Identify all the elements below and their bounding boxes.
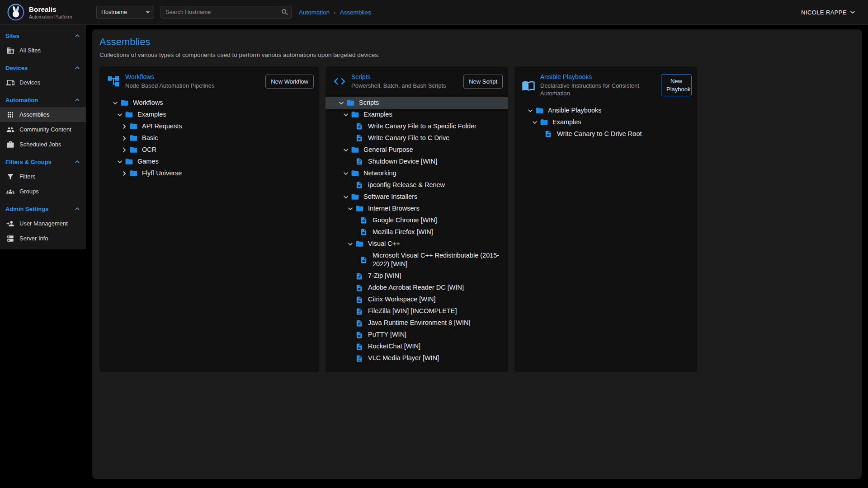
hostname-select[interactable]: Hostname xyxy=(96,6,154,19)
sidebar-section-header-admin-settings[interactable]: Admin Settings xyxy=(0,202,86,216)
breadcrumb-assemblies[interactable]: Assemblies xyxy=(340,9,371,16)
search-input[interactable] xyxy=(160,6,292,19)
card-titles: Ansible PlaybooksDeclarative Instruction… xyxy=(540,73,656,98)
tree-file-write-canary-file-to-c-drive[interactable]: Write Canary File to C Drive xyxy=(326,132,508,144)
sidebar-item-assemblies[interactable]: Assemblies xyxy=(0,107,86,122)
filters-icon xyxy=(6,173,14,181)
groups-icon xyxy=(6,188,14,196)
tree-folder-api-requests[interactable]: API Requests xyxy=(99,121,319,132)
chevron-down-icon[interactable] xyxy=(341,169,351,178)
chevron-down-icon[interactable] xyxy=(110,98,120,108)
chevron-down-icon[interactable] xyxy=(530,117,540,127)
tree-folder-examples[interactable]: Examples xyxy=(99,109,319,121)
chevron-down-icon[interactable] xyxy=(336,98,346,108)
sidebar-section-label: Automation xyxy=(5,97,38,103)
tree-item-label: General Purpose xyxy=(363,145,413,155)
tree-file-rocketchat-win[interactable]: RocketChat [WIN] xyxy=(326,341,508,352)
card-title-workflows: Workflows xyxy=(125,73,260,80)
tree-file-shutdown-device-win[interactable]: Shutdown Device [WIN] xyxy=(326,156,508,168)
sidebar-section-header-sites[interactable]: Sites xyxy=(0,28,86,43)
chevron-down-icon[interactable] xyxy=(525,106,535,116)
tree-file-google-chrome-win[interactable]: Google Chrome [WIN] xyxy=(326,215,508,226)
new-playbook-button[interactable]: New Playbook xyxy=(661,74,692,96)
tree-folder-games[interactable]: Games xyxy=(99,156,319,168)
tree-folder-internet-browsers[interactable]: Internet Browsers xyxy=(326,203,508,215)
chevron-down-icon[interactable] xyxy=(341,145,351,155)
tree-folder-examples[interactable]: Examples xyxy=(514,117,697,128)
tree-file-mozilla-firefox-win[interactable]: Mozilla Firefox [WIN] xyxy=(326,226,508,238)
sidebar-item-filters[interactable]: Filters xyxy=(0,169,86,184)
body-row: SitesAll SitesDevicesDevicesAutomationAs… xyxy=(0,25,868,488)
file-icon xyxy=(355,355,365,362)
chevron-down-icon[interactable] xyxy=(345,239,355,249)
chevron-right-icon[interactable] xyxy=(119,133,129,143)
file-icon xyxy=(355,296,365,304)
sidebar-item-groups[interactable]: Groups xyxy=(0,184,86,199)
tree-folder-visual-c[interactable]: Visual C++ xyxy=(326,238,508,250)
tree-item-label: PuTTY [WIN] xyxy=(368,329,406,340)
chevron-right-icon[interactable] xyxy=(119,122,129,131)
chevron-right-icon[interactable] xyxy=(119,169,129,178)
sidebar-section-header-devices[interactable]: Devices xyxy=(0,61,86,75)
tree-file-filezilla-win-incomplete[interactable]: FileZilla [WIN] [INCOMPLETE] xyxy=(326,305,508,317)
tree-folder-workflows[interactable]: Workflows xyxy=(99,97,319,109)
tree-indent-spacer xyxy=(345,271,355,281)
breadcrumb-automation[interactable]: Automation xyxy=(299,9,330,16)
search-icon[interactable] xyxy=(281,8,289,16)
tree-folder-examples[interactable]: Examples xyxy=(326,109,508,121)
tree-item-label: API Requests xyxy=(142,121,182,132)
card-header-scripts: ScriptsPowershell, Batch, and Bash Scrip… xyxy=(326,72,508,90)
sidebar-section-filters-groups: Filters & GroupsFiltersGroups xyxy=(0,155,86,199)
sidebar-item-all-sites[interactable]: All Sites xyxy=(0,43,86,58)
tree-file-adobe-acrobat-reader-dc-win[interactable]: Adobe Acrobat Reader DC [WIN] xyxy=(326,282,508,294)
tree-folder-scripts[interactable]: Scripts xyxy=(326,97,508,109)
chevron-down-icon[interactable] xyxy=(341,110,351,120)
tree-file-7-zip-win[interactable]: 7-Zip [WIN] xyxy=(326,270,508,282)
chevron-down-icon[interactable] xyxy=(115,110,125,120)
file-icon xyxy=(355,284,365,292)
chevron-right-icon[interactable] xyxy=(119,145,129,155)
tree-indent-spacer xyxy=(534,129,544,139)
user-menu[interactable]: NICOLE RAPPE xyxy=(801,8,857,17)
tree-file-putty-win[interactable]: PuTTY [WIN] xyxy=(326,329,508,341)
folder-icon xyxy=(129,122,139,131)
tree-folder-ansible-playbooks[interactable]: Ansible Playbooks xyxy=(514,105,697,117)
tree-file-vlc-media-player-win[interactable]: VLC Media Player [WIN] xyxy=(326,352,508,364)
file-icon xyxy=(355,308,365,315)
tree-folder-flyff-universe[interactable]: Flyff Universe xyxy=(99,168,319,179)
card-ansible-playbooks: Ansible PlaybooksDeclarative Instruction… xyxy=(514,66,697,372)
tree-item-label: Write Canary File to C Drive xyxy=(368,133,449,144)
chevron-down-icon[interactable] xyxy=(341,192,351,202)
sidebar-section-header-filters-groups[interactable]: Filters & Groups xyxy=(0,155,86,169)
brand[interactable]: Borealis Automation Platform xyxy=(7,4,86,21)
tree-file-ipconfig-release-renew[interactable]: ipconfig Release & Renew xyxy=(326,179,508,191)
chevron-down-icon[interactable] xyxy=(115,157,125,167)
sidebar-item-devices[interactable]: Devices xyxy=(0,75,86,90)
tree-file-citrix-workspace-win[interactable]: Citrix Workspace [WIN] xyxy=(326,294,508,305)
new-workflow-button[interactable]: New Workflow xyxy=(265,75,314,89)
devices-icon xyxy=(6,79,14,87)
folder-icon xyxy=(120,99,130,107)
tree-folder-networking[interactable]: Networking xyxy=(326,168,508,179)
tree-folder-ocr[interactable]: OCR xyxy=(99,144,319,156)
sidebar-item-server-info[interactable]: Server Info xyxy=(0,231,86,246)
tree-folder-general-purpose[interactable]: General Purpose xyxy=(326,144,508,156)
sidebar-item-label: All Sites xyxy=(19,47,41,54)
file-icon xyxy=(355,181,365,189)
sidebar-item-label: User Management xyxy=(19,220,68,227)
tree-file-java-runtime-environment-8-win[interactable]: Java Runtime Environment 8 [WIN] xyxy=(326,317,508,329)
community-icon xyxy=(6,126,14,134)
tree-folder-basic[interactable]: Basic xyxy=(99,132,319,144)
sidebar-item-community-content[interactable]: Community Content xyxy=(0,122,86,137)
code-icon xyxy=(333,75,346,88)
chevron-down-icon[interactable] xyxy=(345,204,355,214)
tree-file-microsoft-visual-c-redistributable-2015-2022-win[interactable]: Microsoft Visual C++ Redistributable (20… xyxy=(326,250,508,270)
sidebar-section-header-automation[interactable]: Automation xyxy=(0,93,86,107)
sidebar-item-user-management[interactable]: User Management xyxy=(0,216,86,231)
tree-file-write-canary-file-to-a-specific-folder[interactable]: Write Canary File to a Specific Folder xyxy=(326,121,508,132)
sidebar-section-sites: SitesAll Sites xyxy=(0,28,86,58)
tree-file-write-canary-to-c-drive-root[interactable]: Write Canary to C Drive Root xyxy=(514,128,697,140)
tree-folder-software-installers[interactable]: Software Installers xyxy=(326,191,508,203)
sidebar-item-scheduled-jobs[interactable]: Scheduled Jobs xyxy=(0,137,86,152)
new-script-button[interactable]: New Script xyxy=(463,75,503,89)
